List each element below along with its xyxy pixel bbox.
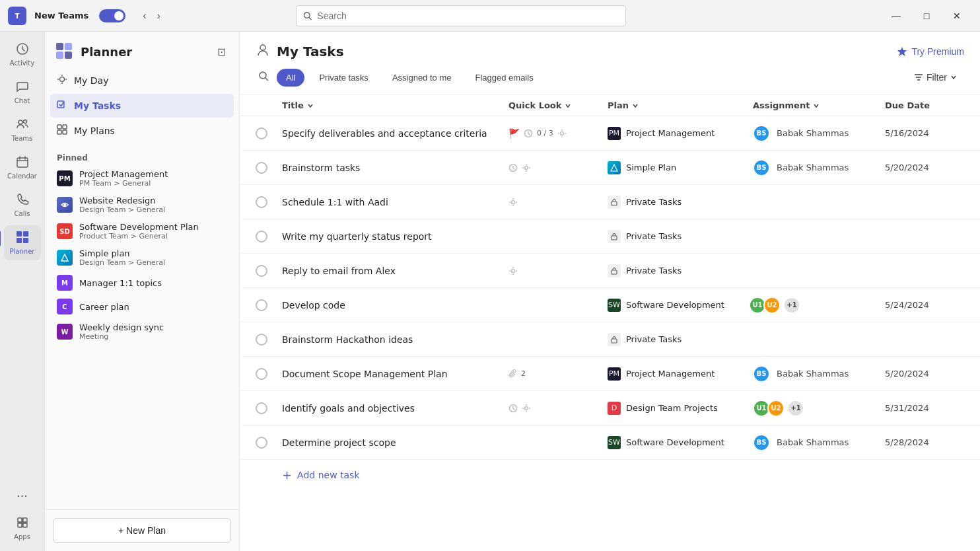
chat-icon (16, 80, 29, 96)
sidebar-item-activity[interactable]: Activity (4, 37, 41, 72)
task-table: Title Quick Look Plan Assignment Due Dat… (240, 95, 980, 551)
task-plan-10[interactable]: SW Software Development (608, 436, 753, 449)
col-duedate-header[interactable]: Due Date (885, 100, 964, 110)
task-title-3[interactable]: Schedule 1:1 with Aadi (282, 194, 508, 210)
col-plan-header[interactable]: Plan (608, 100, 753, 110)
task-title-9[interactable]: Identify goals and objectives (282, 400, 508, 416)
task-plan-2[interactable]: Simple Plan (608, 161, 753, 174)
myday-label: My Day (74, 75, 108, 86)
sidebar-item-chat[interactable]: Chat (4, 75, 41, 110)
task-checkbox-7[interactable] (256, 334, 282, 346)
task-checkbox-9[interactable] (256, 402, 282, 414)
task-checkbox-3[interactable] (256, 196, 282, 208)
task-checkbox-5[interactable] (256, 265, 282, 277)
pinned-item-mg[interactable]: M Manager 1:1 topics (50, 271, 234, 295)
tab-private[interactable]: Private tasks (310, 69, 377, 87)
maximize-button[interactable]: □ (911, 5, 942, 26)
filter-icon (913, 72, 924, 83)
sidebar-item-mytasks[interactable]: My Tasks (50, 94, 234, 118)
task-title-5[interactable]: Reply to email from Alex (282, 263, 508, 279)
tab-assigned[interactable]: Assigned to me (383, 69, 461, 87)
try-premium-button[interactable]: Try Premium (897, 46, 964, 57)
forward-button[interactable]: › (153, 7, 164, 24)
close-button[interactable]: ✕ (942, 5, 972, 26)
svg-rect-11 (23, 238, 28, 243)
plan-icon-private-3 (608, 196, 621, 209)
pinned-item-sp[interactable]: Simple plan Design Team > General (50, 244, 234, 271)
sidebar-item-more[interactable]: ··· (4, 484, 41, 508)
avatar-more-6: +1 (783, 297, 800, 314)
sidebar-nav: My Day My Tasks My Plans (45, 66, 239, 145)
search-icon (303, 11, 312, 20)
plan-icon-pm: PM (608, 127, 621, 140)
task-checkbox-1[interactable] (256, 128, 282, 139)
pinned-item-wr[interactable]: Website Redesign Design Team > General (50, 192, 234, 218)
task-quick-look-5 (508, 266, 608, 276)
sidebar: Planner ⊡ My Day My Tasks My Plans (45, 32, 240, 551)
tab-all[interactable]: All (277, 69, 304, 87)
toggle-switch[interactable] (99, 9, 125, 22)
filter-button[interactable]: Filter (907, 68, 964, 87)
avatar-2-9: U2 (767, 400, 785, 417)
table-row: Determine project scope SW Software Deve… (240, 425, 980, 460)
sidebar-item-apps[interactable]: Apps (4, 511, 41, 546)
task-title-8[interactable]: Document Scope Management Plan (282, 366, 508, 382)
sidebar-item-myplans[interactable]: My Plans (50, 119, 234, 143)
task-plan-7[interactable]: Private Tasks (608, 333, 753, 346)
pinned-item-wds[interactable]: W Weekly design sync Meeting (50, 318, 234, 345)
pinned-item-sw[interactable]: SD Software Development Plan Product Tea… (50, 218, 234, 244)
task-checkbox-6[interactable] (256, 299, 282, 311)
add-icon: + (282, 468, 292, 482)
task-checkbox-2[interactable] (256, 162, 282, 174)
task-plan-9[interactable]: D Design Team Projects (608, 402, 753, 415)
sidebar-item-planner[interactable]: Planner (4, 225, 41, 260)
add-task-row[interactable]: + Add new task (240, 460, 980, 490)
teams-label: Teams (12, 135, 33, 142)
svg-point-43 (525, 166, 528, 169)
task-quick-look-1: 🚩 0 / 3 (508, 128, 608, 139)
task-checkbox-10[interactable] (256, 437, 282, 449)
task-title-2[interactable]: Brainstorm tasks (282, 160, 508, 176)
svg-line-3 (309, 17, 311, 19)
task-plan-4[interactable]: Private Tasks (608, 230, 753, 243)
task-assignment-6: U1 U2 +1 (753, 297, 885, 314)
task-checkbox-8[interactable] (256, 368, 282, 380)
sidebar-item-calls[interactable]: Calls (4, 188, 41, 223)
task-plan-6[interactable]: SW Software Development (608, 299, 753, 312)
svg-rect-12 (18, 518, 22, 522)
task-checkbox-4[interactable] (256, 231, 282, 242)
search-input[interactable] (317, 11, 619, 21)
tab-flagged[interactable]: Flagged emails (466, 69, 542, 87)
task-title-7[interactable]: Brainstorm Hackathon ideas (282, 332, 508, 348)
task-title-1[interactable]: Specify deliverables and acceptance crit… (282, 126, 508, 141)
sidebar-expand-button[interactable]: ⊡ (215, 43, 228, 61)
task-plan-3[interactable]: Private Tasks (608, 196, 753, 209)
svg-rect-47 (612, 236, 617, 240)
col-assignment-header[interactable]: Assignment (753, 100, 885, 110)
svg-rect-19 (56, 52, 63, 59)
task-title-6[interactable]: Develop code (282, 297, 508, 313)
filter-search-button[interactable] (256, 68, 271, 87)
sidebar-item-calendar[interactable]: Calendar (4, 150, 41, 185)
task-title-10[interactable]: Determine project scope (282, 435, 508, 451)
sidebar-item-teams[interactable]: Teams (4, 112, 41, 147)
col-title-header[interactable]: Title (282, 100, 508, 110)
progress-text-1: 0 / 3 (537, 129, 553, 137)
new-plan-button[interactable]: + New Plan (53, 518, 231, 543)
col-quicklook-header[interactable]: Quick Look (508, 100, 608, 110)
task-duedate-10: 5/28/2024 (885, 437, 964, 447)
task-title-4[interactable]: Write my quarterly status report (282, 229, 508, 244)
pinned-item-pm[interactable]: PM Project Management PM Team > General (50, 165, 234, 192)
svg-point-41 (560, 131, 563, 135)
pinned-item-cp[interactable]: C Career plan (50, 295, 234, 318)
task-plan-1[interactable]: PM Project Management (608, 127, 753, 140)
back-button[interactable]: ‹ (139, 7, 150, 24)
task-plan-8[interactable]: PM Project Management (608, 367, 753, 381)
table-header: Title Quick Look Plan Assignment Due Dat… (240, 95, 980, 116)
task-plan-5[interactable]: Private Tasks (608, 264, 753, 277)
sidebar-item-myday[interactable]: My Day (50, 69, 234, 92)
search-bar[interactable] (296, 5, 626, 26)
activity-icon (16, 42, 29, 58)
nav-buttons: ‹ › (139, 7, 164, 24)
minimize-button[interactable]: — (881, 5, 911, 26)
